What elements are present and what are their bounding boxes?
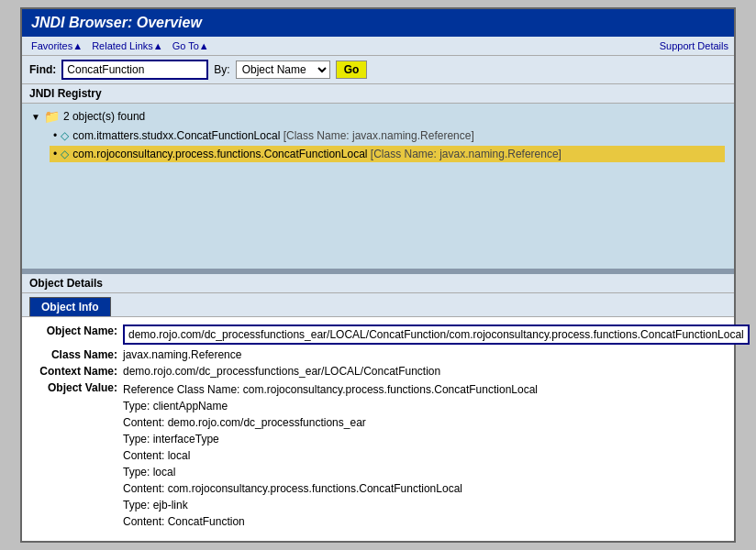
diamond-icon: ◇ (61, 148, 69, 160)
bullet-icon: • (53, 148, 57, 160)
registry-area: ▼ 📁 2 object(s) found • ◇ com.itmatters.… (22, 104, 734, 269)
object-name-row: Object Name: demo.rojo.com/dc_processfun… (31, 324, 725, 345)
diamond-icon: ◇ (61, 129, 69, 142)
object-value-line: Reference Class Name: com.rojoconsultanc… (123, 381, 725, 398)
object-value-line: Type: local (123, 464, 725, 480)
tab-bar: Object Info (22, 293, 734, 317)
object-value-label: Object Value: (31, 381, 123, 530)
object-details-header: Object Details (22, 274, 734, 293)
goto-arrow: ▲ (199, 40, 209, 51)
bullet-icon: • (53, 129, 57, 142)
find-bar: Find: By: Object Name Class Name Context… (22, 56, 734, 84)
object-name-label: Object Name: (31, 324, 123, 345)
registry-section-header: JNDI Registry (22, 84, 734, 104)
main-window: JNDI Browser: Overview Favorites▲ Relate… (20, 7, 736, 543)
find-label: Find: (29, 63, 56, 76)
context-name-row: Context Name: demo.rojo.com/dc_processfu… (31, 365, 725, 378)
context-name-value: demo.rojo.com/dc_processfunctions_ear/LO… (123, 365, 725, 378)
title-bar: JNDI Browser: Overview (22, 9, 734, 37)
related-links-menu[interactable]: Related Links▲ (88, 39, 167, 52)
tree-expand-icon[interactable]: ▼ (31, 112, 40, 122)
class-name-label: Class Name: (31, 348, 123, 361)
item-classname: [Class Name: javax.naming.Reference] (371, 148, 561, 160)
go-button[interactable]: Go (336, 60, 368, 79)
menu-bar: Favorites▲ Related Links▲ Go To▲ Support… (22, 37, 734, 56)
by-label: By: (214, 63, 229, 76)
favorites-menu[interactable]: Favorites▲ (28, 39, 86, 52)
found-text: 2 object(s) found (63, 110, 145, 123)
folder-icon: 📁 (44, 109, 60, 124)
object-value-line: Content: demo.rojo.com/dc_processfunctio… (123, 414, 725, 431)
support-details-link[interactable]: Support Details (660, 40, 728, 51)
list-item[interactable]: • ◇ com.rojoconsultancy.process.function… (50, 146, 725, 162)
object-value-line: Type: ejb-link (123, 497, 725, 513)
related-links-arrow: ▲ (153, 40, 163, 51)
item-name: com.itmatters.studxx.ConcatFunctionLocal (72, 129, 280, 142)
class-name-value: javax.naming.Reference (123, 348, 725, 361)
item-name: com.rojoconsultancy.process.functions.Co… (72, 148, 367, 160)
object-value-line: Content: com.rojoconsultancy.process.fun… (123, 480, 725, 497)
context-name-label: Context Name: (31, 365, 123, 378)
by-select[interactable]: Object Name Class Name Context Name (236, 60, 330, 79)
object-value-line: Type: interfaceType (123, 431, 725, 447)
object-value-line: Type: clientAppName (123, 398, 725, 414)
object-value-row: Object Value: Reference Class Name: com.… (31, 381, 725, 530)
object-name-value: demo.rojo.com/dc_processfunctions_ear/LO… (123, 324, 750, 345)
tree-root: ▼ 📁 2 object(s) found (31, 109, 725, 124)
object-value-line: Content: local (123, 447, 725, 464)
list-item[interactable]: • ◇ com.itmatters.studxx.ConcatFunctionL… (50, 127, 725, 144)
tab-object-info[interactable]: Object Info (29, 297, 111, 316)
class-name-row: Class Name: javax.naming.Reference (31, 348, 725, 361)
object-value-lines: Reference Class Name: com.rojoconsultanc… (123, 381, 725, 530)
find-input[interactable] (61, 60, 208, 80)
object-value-line: Content: ConcatFunction (123, 513, 725, 530)
item-classname: [Class Name: javax.naming.Reference] (284, 129, 474, 142)
favorites-arrow: ▲ (72, 40, 83, 51)
goto-menu[interactable]: Go To▲ (169, 39, 213, 52)
window-title: JNDI Browser: Overview (31, 15, 202, 30)
details-area: Object Name: demo.rojo.com/dc_processfun… (22, 317, 734, 541)
